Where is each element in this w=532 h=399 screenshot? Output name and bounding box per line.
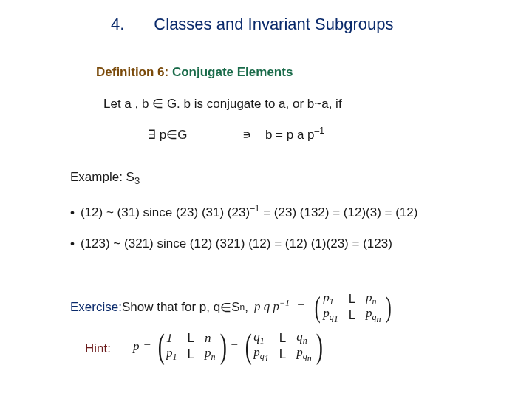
equals-sign: =	[231, 339, 239, 354]
paren-left-icon: (	[315, 290, 318, 325]
cell: L	[279, 347, 286, 362]
cell: pq1	[253, 345, 269, 365]
cell: pq1	[323, 306, 338, 326]
exists-statement: ∃ p∈G ∍ b = p a p–1	[148, 126, 324, 143]
matrix-grid: 1 L n p1 L pn	[163, 329, 218, 364]
example-subscript: 3	[134, 175, 140, 186]
equals-sign: =	[294, 299, 307, 313]
title-text: Classes and Invariant Subgroups	[154, 15, 393, 34]
equals-sign: =	[144, 339, 151, 354]
let-pre: Let a , b	[103, 97, 152, 111]
cell: L	[188, 331, 194, 346]
element-of-icon: ∈	[152, 97, 163, 111]
bullet-icon: •	[70, 236, 75, 250]
definition-label: Definition 6:	[96, 65, 168, 79]
example-item-1: •(12) ~ (31) since (23) (31) (23)–1 = (2…	[70, 203, 417, 220]
matrix-grid: q1 L qn pq1 L pqn	[250, 329, 314, 364]
cell: L	[188, 347, 194, 362]
paren-left-icon: (	[245, 329, 249, 364]
pqp-lhs: p q p	[254, 299, 279, 313]
exponent-neg1: –1	[315, 126, 324, 136]
paren-right-icon: )	[219, 329, 223, 364]
cell: L	[349, 292, 355, 307]
cell: pqn	[366, 306, 381, 326]
hint-matrix-b: ( q1 L qn pq1 L pqn )	[244, 329, 321, 364]
paren-right-icon: )	[316, 329, 319, 364]
let-mid: G. b is conjugate to a, or b~a, if	[163, 97, 341, 111]
p-in-g: p∈G	[156, 128, 187, 142]
let-statement: Let a , b ∈ G. b is conjugate to a, or b…	[103, 96, 342, 112]
definition-heading: Definition 6: Conjugate Elements	[96, 65, 293, 80]
element-of-icon: ∈	[220, 300, 231, 316]
cell: L	[279, 331, 286, 346]
bullet2-text: (123) ~ (321) since (12) (321) (12) = (1…	[81, 236, 392, 250]
exercise-formula: p q p−1 = ( p1 L pn pq1 L pqn )	[254, 290, 392, 325]
bullet1-text: (12) ~ (31) since (23) (31) (23)	[81, 205, 250, 219]
slide-title: 4. Classes and Invariant Subgroups	[0, 15, 532, 34]
paren-left-icon: (	[158, 329, 162, 364]
such-that-icon: ∍	[242, 128, 251, 142]
bullet1-exp: –1	[250, 203, 259, 214]
hint-label: Hint:	[85, 341, 111, 356]
exercise-line: Exercise: Show that for p, q ∈ Sn , p q …	[70, 290, 392, 325]
exercise-text: Show that for p, q	[122, 300, 220, 315]
hint-formula: p = ( 1 L n p1 L pn ) = ( q1 L qn pq1 L …	[133, 329, 323, 364]
definition-name: Conjugate Elements	[172, 65, 293, 79]
cell: pn	[205, 346, 216, 363]
hint-p: p	[133, 339, 140, 354]
hint-matrix-a: ( 1 L n p1 L pn )	[157, 329, 225, 364]
exercise-n-sub: n	[240, 302, 245, 313]
cell: n	[205, 331, 216, 346]
exercise-matrix: ( p1 L pn pq1 L pqn )	[313, 290, 390, 325]
example-item-2: •(123) ~ (321) since (12) (321) (12) = (…	[70, 236, 392, 251]
exists-icon: ∃	[148, 128, 156, 142]
bullet-icon: •	[70, 205, 75, 219]
example-heading: Example: S3	[70, 170, 140, 186]
exercise-comma: ,	[245, 300, 248, 315]
cell: L	[349, 308, 355, 323]
exercise-sn: S	[231, 300, 239, 315]
matrix-grid: p1 L pn pq1 L pqn	[320, 290, 383, 325]
example-label: Example: S	[70, 170, 134, 184]
pqp-exp: −1	[279, 298, 290, 308]
cell: pqn	[296, 345, 312, 365]
bullet1-tail: = (23) (132) = (12)(3) = (12)	[259, 205, 417, 219]
exercise-label: Exercise:	[70, 300, 122, 315]
cell: 1	[166, 331, 177, 346]
conjugate-equation: b = p a p	[265, 128, 315, 142]
paren-right-icon: )	[385, 290, 389, 325]
cell: p1	[166, 346, 177, 363]
title-number: 4.	[111, 15, 124, 34]
